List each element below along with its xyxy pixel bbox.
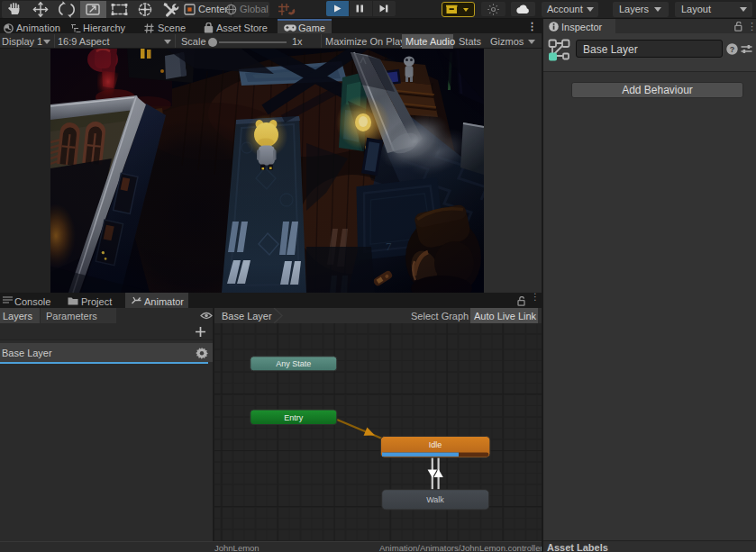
svg-text:Idle: Idle [429,440,442,449]
svg-text:Walk: Walk [426,495,444,504]
svg-text:Entry: Entry [284,413,304,422]
svg-text:?: ? [730,45,735,54]
svg-text:Any State: Any State [276,359,311,368]
